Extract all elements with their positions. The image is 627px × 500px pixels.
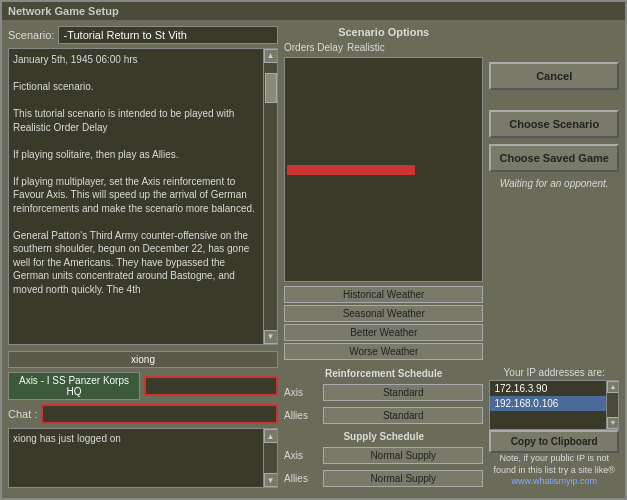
ip-scroll-track <box>607 393 618 417</box>
allies-supply-row: Allies Normal Supply <box>284 470 483 487</box>
allies-reinforce-row: Allies Standard <box>284 407 483 424</box>
scenario-value: -Tutorial Return to St Vith <box>58 26 278 44</box>
chat-scroll-track <box>264 443 278 473</box>
allies-supply-label: Allies <box>284 473 319 484</box>
waiting-text: Waiting for an opponent. <box>489 178 619 189</box>
seasonal-weather-btn[interactable]: Seasonal Weather <box>284 305 483 322</box>
scenario-row: Scenario: -Tutorial Return to St Vith <box>8 26 278 44</box>
axis-supply-value: Normal Supply <box>323 447 483 464</box>
historical-weather-btn[interactable]: Historical Weather <box>284 286 483 303</box>
ip-note: Note, if your public IP is not found in … <box>489 453 619 488</box>
scroll-thumb[interactable] <box>265 73 277 103</box>
main-window: Network Game Setup Scenario: -Tutorial R… <box>0 0 627 500</box>
scroll-track <box>264 63 278 330</box>
scenario-options-title: Scenario Options <box>284 26 483 38</box>
choose-scenario-button[interactable]: Choose Scenario <box>489 110 619 138</box>
player-name-row: xiong <box>8 351 278 368</box>
allies-reinforce-value: Standard <box>323 407 483 424</box>
ip-scroll-down[interactable]: ▼ <box>607 417 619 429</box>
orders-delay-label: Orders Delay <box>284 42 343 53</box>
faction-row: Axis - I SS Panzer Korps HQ <box>8 372 278 400</box>
cancel-button[interactable]: Cancel <box>489 62 619 90</box>
chat-log-text: xiong has just logged on <box>13 433 273 444</box>
ip-section: Your IP addresses are: 172.16.3.90 192.1… <box>489 367 619 488</box>
middle-panel: Scenario Options Orders Delay Realistic … <box>284 26 483 488</box>
ip-scrollbar: ▲ ▼ <box>606 381 618 429</box>
scenario-label: Scenario: <box>8 29 54 41</box>
chat-log: xiong has just logged on ▲ ▼ <box>8 428 278 488</box>
axis-reinforce-label: Axis <box>284 387 319 398</box>
description-box: January 5th, 1945 06:00 hrs Fictional sc… <box>8 48 278 345</box>
supply-title: Supply Schedule <box>284 431 483 442</box>
left-panel: Scenario: -Tutorial Return to St Vith Ja… <box>8 26 278 488</box>
slider-fill <box>287 165 415 175</box>
allies-supply-value: Normal Supply <box>323 470 483 487</box>
ip-item-1[interactable]: 192.168.0.106 <box>490 396 618 411</box>
ip-scroll-up[interactable]: ▲ <box>607 381 619 393</box>
window-title: Network Game Setup <box>8 5 119 17</box>
weather-buttons: Historical Weather Seasonal Weather Bett… <box>284 286 483 362</box>
chat-scroll-up[interactable]: ▲ <box>264 429 278 443</box>
description-text: January 5th, 1945 06:00 hrs Fictional sc… <box>13 53 273 296</box>
worse-weather-btn[interactable]: Worse Weather <box>284 343 483 360</box>
chat-scroll-down[interactable]: ▼ <box>264 473 278 487</box>
chat-label: Chat : <box>8 408 37 420</box>
scroll-up-arrow[interactable]: ▲ <box>264 49 278 63</box>
allies-reinforce-label: Allies <box>284 410 319 421</box>
axis-supply-label: Axis <box>284 450 319 461</box>
ip-list: 172.16.3.90 192.168.0.106 ▲ ▼ <box>489 380 619 430</box>
better-weather-btn[interactable]: Better Weather <box>284 324 483 341</box>
orders-delay-value: Realistic <box>347 42 385 53</box>
axis-reinforce-row: Axis Standard <box>284 384 483 401</box>
orders-delay-slider[interactable] <box>284 57 483 282</box>
axis-reinforce-value: Standard <box>323 384 483 401</box>
orders-delay-row: Orders Delay Realistic <box>284 42 483 53</box>
choose-saved-game-button[interactable]: Choose Saved Game <box>489 144 619 172</box>
chat-row: Chat : <box>8 404 278 424</box>
description-scrollbar[interactable]: ▲ ▼ <box>263 49 277 344</box>
scroll-down-arrow[interactable]: ▼ <box>264 330 278 344</box>
title-bar: Network Game Setup <box>2 2 625 20</box>
chat-scrollbar[interactable]: ▲ ▼ <box>263 429 277 487</box>
copy-to-clipboard-button[interactable]: Copy to Clipboard <box>489 430 619 453</box>
ip-item-0[interactable]: 172.16.3.90 <box>490 381 618 396</box>
ip-label: Your IP addresses are: <box>489 367 619 378</box>
chat-input[interactable] <box>41 404 278 424</box>
axis-supply-row: Axis Normal Supply <box>284 447 483 464</box>
faction-label: Axis - I SS Panzer Korps HQ <box>8 372 140 400</box>
player-name: xiong <box>8 351 278 368</box>
player-input-field[interactable] <box>144 376 278 396</box>
reinforcement-title: Reinforcement Schedule <box>284 368 483 379</box>
right-panel: Cancel Choose Scenario Choose Saved Game… <box>489 26 619 488</box>
